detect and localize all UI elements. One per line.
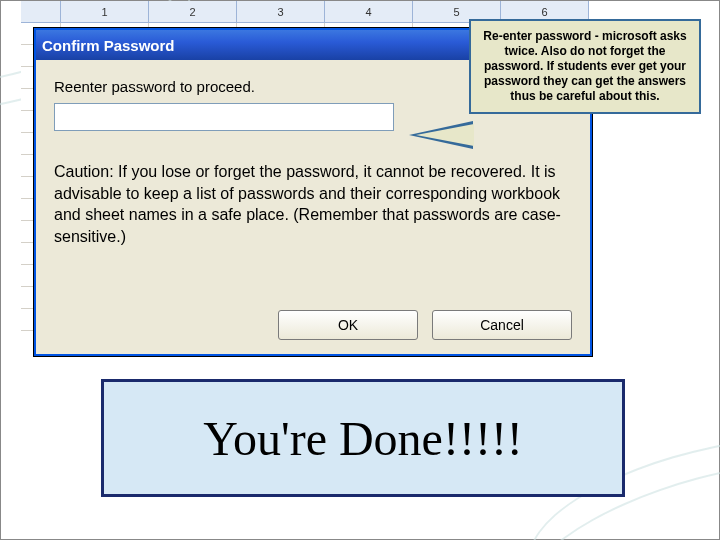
dialog-title: Confirm Password <box>42 37 532 54</box>
callout-text: Re-enter password - microsoft asks twice… <box>483 29 686 103</box>
col-header: 4 <box>325 1 413 23</box>
sheet-corner <box>21 1 61 23</box>
dialog-buttons: OK Cancel <box>278 310 572 340</box>
done-text: You're Done!!!!! <box>203 411 523 466</box>
annotation-callout: Re-enter password - microsoft asks twice… <box>469 19 701 114</box>
col-header: 3 <box>237 1 325 23</box>
cancel-button[interactable]: Cancel <box>432 310 572 340</box>
password-input[interactable] <box>54 103 394 131</box>
col-header: 1 <box>61 1 149 23</box>
ok-button[interactable]: OK <box>278 310 418 340</box>
done-banner: You're Done!!!!! <box>101 379 625 497</box>
col-header: 2 <box>149 1 237 23</box>
slide: 1 2 3 4 5 6 Confirm Password ? X Reenter… <box>0 0 720 540</box>
caution-text: Caution: If you lose or forget the passw… <box>54 161 572 247</box>
